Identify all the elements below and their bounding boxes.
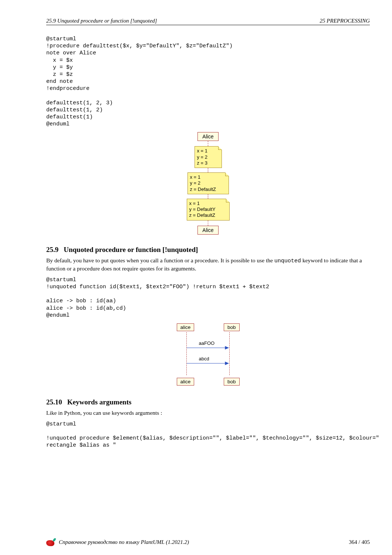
section-25-9-paragraph: By default, you have to put quotes when … [46,257,370,273]
lifeline [208,141,208,146]
header-right: 25 PREPROCESSING [320,18,370,24]
diagram-unquoted: alice bob aaFOO abcd alice bob [46,323,370,387]
page: 25.9 Unquoted procedure or function [!un… [0,0,392,555]
actor-alice-bottom: Alice [197,226,218,235]
code-block-unquoted: @startuml !unquoted function id($text1, … [46,276,370,319]
message-label-2: abcd [199,356,209,361]
section-25-10-paragraph: Like in Python, you can use keywords arg… [46,409,370,417]
keyword-unquoted: unquoted [274,258,301,264]
note-line: x = 1 [189,201,226,206]
message-label-1: aaFOO [199,340,215,346]
note-line: x = 1 [190,174,226,180]
section-title: Unquoted procedure or function [!unquote… [64,246,198,253]
plantuml-logo-icon [46,538,56,546]
sequence-arrows [177,323,240,386]
actor-alice-top: Alice [197,132,218,141]
header-left: 25.9 Unquoted procedure or function [!un… [46,18,157,24]
page-footer: Справочное руководство по языку PlantUML… [46,538,370,546]
note-line: z = DefaultZ [190,186,226,192]
lifeline [208,168,208,172]
note-line: z = DefaultZ [189,212,226,218]
page-header: 25.9 Unquoted procedure or function [!un… [46,18,370,25]
lifeline [208,194,208,199]
section-number: 25.9 [46,246,58,253]
note-1: x = 1 y = 2 z = 3 [195,146,222,168]
diagram-defaulttest: Alice x = 1 y = 2 z = 3 x = 1 y = 2 z = … [46,132,370,234]
footer-title: Справочное руководство по языку PlantUML… [59,539,349,545]
lifeline [208,221,208,226]
section-heading-25-9: 25.9Unquoted procedure or function [!unq… [46,246,370,254]
note-3: x = 1 y = DefaultY z = DefaultZ [187,199,230,221]
actor-bob-bottom: bob [224,378,240,386]
note-2: x = 1 y = 2 z = DefaultZ [187,172,229,194]
code-block-defaulttest: @startuml !procedure defaulttest($x, $y=… [46,36,370,128]
section-title: Keywords arguments [67,398,132,406]
note-line: y = 2 [190,180,226,186]
actor-alice-bottom: alice [177,378,195,386]
note-line: z = 3 [197,160,219,166]
para-text: By default, you have to put quotes when … [46,257,274,263]
note-line: y = DefaultY [189,206,226,212]
footer-page-number: 364 / 405 [349,539,370,545]
note-line: x = 1 [197,148,219,154]
section-heading-25-10: 25.10Keywords arguments [46,398,370,406]
section-number: 25.10 [46,398,62,406]
note-line: y = 2 [197,154,219,160]
code-block-keywords: @startuml !unquoted procedure $element($… [46,421,370,449]
